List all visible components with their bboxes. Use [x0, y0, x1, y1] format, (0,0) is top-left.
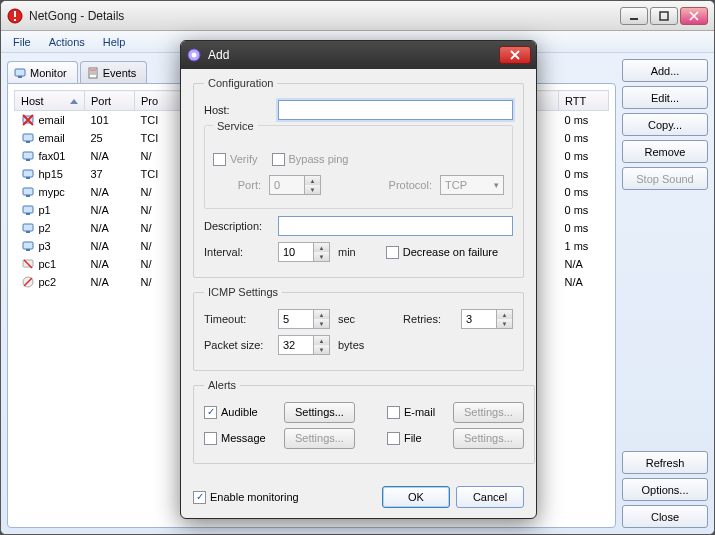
bypass-ping-checkbox[interactable]: Bypass ping [272, 153, 349, 166]
checkbox-icon [193, 491, 206, 504]
email-settings-button: Settings... [453, 402, 524, 423]
host-input[interactable] [278, 100, 513, 120]
host-status-icon [21, 203, 35, 217]
copy-button[interactable]: Copy... [622, 113, 708, 136]
host-status-icon [21, 167, 35, 181]
dialog-titlebar[interactable]: Add [181, 41, 536, 69]
label-packet-unit: bytes [338, 339, 364, 351]
dialog-footer: Enable monitoring OK Cancel [181, 482, 536, 518]
menu-help[interactable]: Help [95, 34, 134, 50]
message-checkbox[interactable]: Message [204, 432, 274, 445]
dialog-icon [186, 47, 202, 63]
host-status-icon [21, 113, 35, 127]
svg-rect-2 [14, 19, 16, 21]
dialog-title: Add [208, 48, 493, 62]
interval-spinner[interactable]: ▲▼ [278, 242, 330, 262]
cell-rtt: 0 ms [559, 147, 609, 165]
refresh-button[interactable]: Refresh [622, 451, 708, 474]
col-port[interactable]: Port [85, 91, 135, 111]
svg-rect-12 [23, 134, 33, 141]
menu-file[interactable]: File [5, 34, 39, 50]
cell-port: N/A [85, 219, 135, 237]
group-alerts-legend: Alerts [204, 379, 240, 391]
cell-rtt: 0 ms [559, 183, 609, 201]
svg-rect-1 [14, 11, 16, 17]
add-dialog: Add Configuration Host: Service Verify [180, 40, 537, 519]
email-checkbox[interactable]: E-mail [387, 406, 443, 419]
cell-port: N/A [85, 201, 135, 219]
cell-port: N/A [85, 255, 135, 273]
svg-rect-15 [26, 159, 30, 161]
tab-events[interactable]: Events [80, 61, 148, 83]
ok-button[interactable]: OK [382, 486, 450, 508]
group-service: Service Verify Bypass ping Port: [204, 125, 513, 209]
decrease-on-failure-checkbox[interactable]: Decrease on failure [386, 246, 498, 259]
cell-rtt: 0 ms [559, 219, 609, 237]
stop-sound-button[interactable]: Stop Sound [622, 167, 708, 190]
cell-host: pc2 [39, 276, 57, 288]
close-button[interactable]: Close [622, 505, 708, 528]
file-checkbox[interactable]: File [387, 432, 443, 445]
message-settings-button: Settings... [284, 428, 355, 449]
label-interval-unit: min [338, 246, 356, 258]
svg-rect-14 [23, 152, 33, 159]
checkbox-icon [204, 432, 217, 445]
host-status-icon [21, 149, 35, 163]
packet-spinner[interactable]: ▲▼ [278, 335, 330, 355]
host-status-icon [21, 221, 35, 235]
cell-port: N/A [85, 183, 135, 201]
minimize-button[interactable] [620, 7, 648, 25]
cell-host: pc1 [39, 258, 57, 270]
host-status-icon [21, 185, 35, 199]
label-description: Description: [204, 220, 270, 232]
menu-actions[interactable]: Actions [41, 34, 93, 50]
host-status-icon [21, 275, 35, 289]
edit-button[interactable]: Edit... [622, 86, 708, 109]
checkbox-icon [204, 406, 217, 419]
cell-rtt: 0 ms [559, 165, 609, 183]
timeout-spinner[interactable]: ▲▼ [278, 309, 330, 329]
audible-settings-button[interactable]: Settings... [284, 402, 355, 423]
cancel-button[interactable]: Cancel [456, 486, 524, 508]
tab-label: Events [103, 67, 137, 79]
retries-spinner[interactable]: ▲▼ [461, 309, 513, 329]
checkbox-icon [387, 406, 400, 419]
cell-host: p2 [39, 222, 51, 234]
description-input[interactable] [278, 216, 513, 236]
checkbox-icon [272, 153, 285, 166]
label-host: Host: [204, 104, 270, 116]
label-timeout: Timeout: [204, 313, 270, 325]
button-column: Add... Edit... Copy... Remove Stop Sound… [622, 59, 708, 528]
tab-monitor[interactable]: Monitor [7, 61, 78, 83]
window-title: NetGong - Details [29, 9, 620, 23]
label-packet: Packet size: [204, 339, 270, 351]
options-button[interactable]: Options... [622, 478, 708, 501]
maximize-button[interactable] [650, 7, 678, 25]
remove-button[interactable]: Remove [622, 140, 708, 163]
window-close-button[interactable] [680, 7, 708, 25]
label-interval: Interval: [204, 246, 270, 258]
col-rtt[interactable]: RTT [559, 91, 609, 111]
dialog-close-button[interactable] [499, 46, 531, 64]
main-titlebar[interactable]: NetGong - Details [1, 1, 714, 31]
cell-host: email [39, 114, 65, 126]
host-status-icon [21, 257, 35, 271]
svg-rect-16 [23, 170, 33, 177]
svg-rect-18 [23, 188, 33, 195]
cell-port: 25 [85, 129, 135, 147]
audible-checkbox[interactable]: Audible [204, 406, 274, 419]
verify-checkbox[interactable]: Verify [213, 153, 258, 166]
protocol-combo: TCP [440, 175, 504, 195]
enable-monitoring-checkbox[interactable]: Enable monitoring [193, 491, 299, 504]
app-icon [7, 8, 23, 24]
host-status-icon [21, 239, 35, 253]
svg-rect-20 [23, 206, 33, 213]
group-alerts: Alerts Audible Settings... E-mail Settin… [193, 379, 535, 464]
svg-rect-25 [26, 249, 30, 251]
cell-host: p3 [39, 240, 51, 252]
checkbox-icon [213, 153, 226, 166]
cell-host: hp15 [39, 168, 63, 180]
col-host[interactable]: Host [15, 91, 85, 111]
add-button[interactable]: Add... [622, 59, 708, 82]
svg-rect-3 [630, 18, 638, 20]
